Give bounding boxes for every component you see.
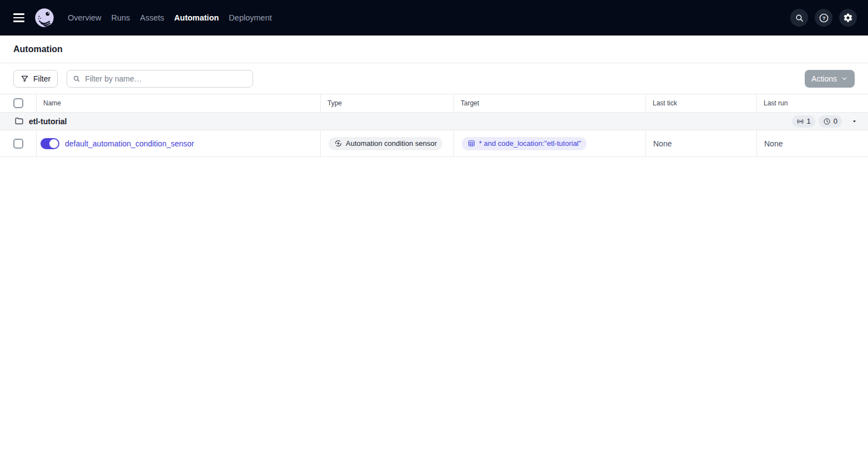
target-badge-label: * and code_location:"etl-tutorial" xyxy=(479,139,581,148)
last-tick-cell: None xyxy=(646,130,757,156)
settings-button[interactable] xyxy=(839,9,857,27)
dagster-logo[interactable] xyxy=(33,7,55,29)
nav-automation[interactable]: Automation xyxy=(174,13,219,22)
target-badge[interactable]: * and code_location:"etl-tutorial" xyxy=(462,137,587,150)
automation-condition-icon xyxy=(334,139,342,148)
select-all-checkbox[interactable] xyxy=(13,98,23,108)
sensor-count: 1 xyxy=(807,117,811,125)
column-header-type: Type xyxy=(321,94,454,112)
name-filter-box xyxy=(67,70,253,88)
funnel-icon xyxy=(21,74,29,83)
gear-icon xyxy=(843,13,853,23)
type-badge: Automation condition sensor xyxy=(329,137,442,150)
svg-text:?: ? xyxy=(822,15,825,21)
caret-down-icon xyxy=(851,118,858,125)
table-row: default_automation_condition_sensor Auto… xyxy=(0,130,868,157)
column-header-target: Target xyxy=(454,94,646,112)
nav-overview[interactable]: Overview xyxy=(68,13,101,22)
nav-assets[interactable]: Assets xyxy=(140,13,164,22)
schedule-count: 0 xyxy=(834,117,837,125)
help-button[interactable]: ? xyxy=(815,9,832,27)
sensor-name-link[interactable]: default_automation_condition_sensor xyxy=(65,139,194,148)
actions-button[interactable]: Actions xyxy=(805,70,855,88)
name-filter-input[interactable] xyxy=(85,74,247,83)
nav-deployment[interactable]: Deployment xyxy=(229,13,271,22)
nav-runs[interactable]: Runs xyxy=(111,13,130,22)
table-header-row: Name Type Target Last tick Last run xyxy=(0,94,868,113)
sensor-enabled-toggle[interactable] xyxy=(41,138,59,149)
column-header-last-tick: Last tick xyxy=(646,94,757,112)
clock-icon xyxy=(823,118,831,125)
menu-icon[interactable] xyxy=(13,13,24,22)
page-title-bar: Automation xyxy=(0,35,868,63)
filter-button-label: Filter xyxy=(33,74,51,83)
toolbar: Filter Actions xyxy=(0,63,868,94)
toggle-knob xyxy=(49,139,59,149)
sensor-count-badge: 1 xyxy=(792,115,815,128)
type-badge-label: Automation condition sensor xyxy=(346,139,437,148)
filter-button[interactable]: Filter xyxy=(13,70,58,88)
app-header: Overview Runs Assets Automation Deployme… xyxy=(0,0,868,35)
group-name: etl-tutorial xyxy=(29,117,67,126)
main-nav: Overview Runs Assets Automation Deployme… xyxy=(68,13,272,22)
asset-table-icon xyxy=(467,139,476,148)
row-checkbox[interactable] xyxy=(13,139,23,149)
column-header-last-run: Last run xyxy=(757,94,868,112)
help-icon: ? xyxy=(819,13,829,23)
group-collapse-caret[interactable] xyxy=(851,118,858,125)
chevron-down-icon xyxy=(841,75,848,82)
page-title: Automation xyxy=(13,44,63,54)
schedule-count-badge: 0 xyxy=(819,115,842,128)
last-run-cell: None xyxy=(757,130,868,156)
code-location-group-row: etl-tutorial 1 0 xyxy=(0,113,868,130)
sensor-icon xyxy=(796,118,804,125)
actions-button-label: Actions xyxy=(811,74,837,83)
search-icon xyxy=(73,75,80,83)
column-header-name: Name xyxy=(37,94,321,112)
search-icon xyxy=(795,13,804,23)
search-button[interactable] xyxy=(790,9,808,27)
folder-icon xyxy=(14,116,24,126)
